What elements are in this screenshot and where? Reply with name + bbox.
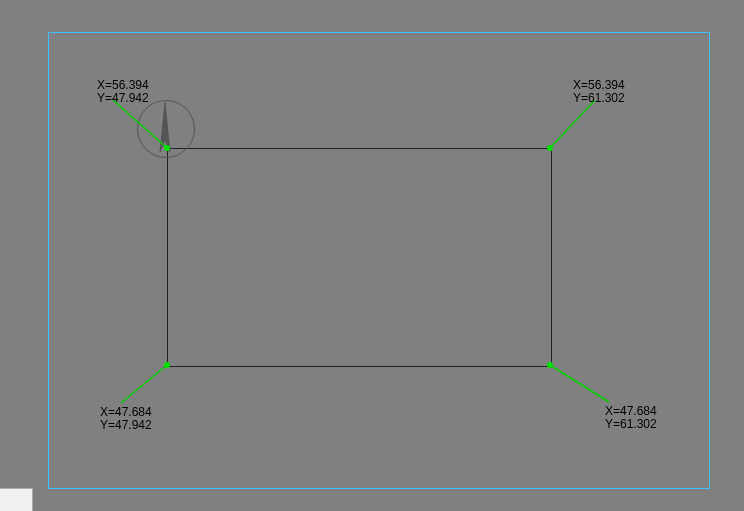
- drawing-rectangle[interactable]: [167, 148, 552, 367]
- layout-tab[interactable]: [0, 488, 33, 511]
- coord-label-bottom-right: X=47.684 Y=61.302: [605, 405, 657, 431]
- coord-y-value: Y=47.942: [100, 419, 152, 432]
- coord-label-top-right: X=56.394 Y=61.302: [573, 79, 625, 105]
- coord-y-value: Y=61.302: [573, 92, 625, 105]
- coord-label-top-left: X=56.394 Y=47.942: [97, 79, 149, 105]
- coord-y-value: Y=47.942: [97, 92, 149, 105]
- coord-label-bottom-left: X=47.684 Y=47.942: [100, 406, 152, 432]
- coord-y-value: Y=61.302: [605, 418, 657, 431]
- origin-indicator-circle: [137, 100, 195, 158]
